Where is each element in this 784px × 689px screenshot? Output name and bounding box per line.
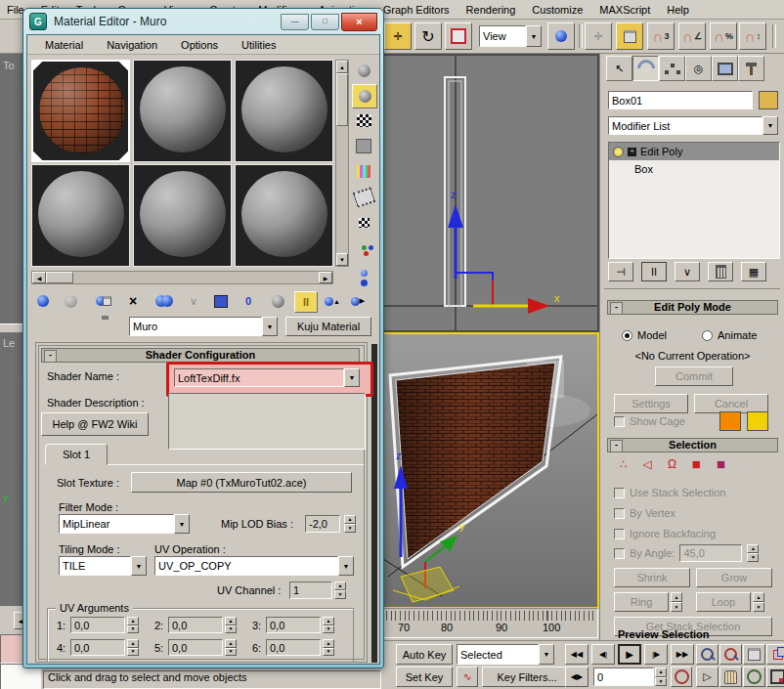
chevron-down-icon[interactable]: ▼ xyxy=(526,25,542,47)
current-frame-field[interactable]: 0 xyxy=(593,667,654,686)
field-of-view-button[interactable]: ▷ xyxy=(696,667,719,687)
menu-customize[interactable]: Customize xyxy=(532,4,583,16)
tab-create[interactable]: ↖ xyxy=(606,56,632,81)
expand-icon[interactable]: + xyxy=(628,148,636,156)
select-manipulate-button[interactable]: ✛ xyxy=(585,22,612,50)
uv-arg-spinner-6[interactable]: ▲▼ xyxy=(323,639,334,656)
material-editor-window[interactable]: G Material Editor - Muro — □ × Material … xyxy=(22,8,384,668)
select-scale-button[interactable] xyxy=(445,22,472,50)
uv-arg-spinner-1[interactable]: ▲▼ xyxy=(127,617,139,633)
uv-arg-field-6[interactable]: 0,0 xyxy=(266,639,321,656)
time-configuration-button[interactable] xyxy=(671,667,692,687)
chevron-down-icon[interactable]: ▼ xyxy=(262,317,278,336)
ignore-backfacing-checkbox[interactable]: Ignore Backfacing xyxy=(614,528,716,539)
tab-modify[interactable] xyxy=(632,56,659,81)
use-stack-selection-checkbox[interactable]: Use Stack Selection xyxy=(614,487,725,498)
by-vertex-checkbox[interactable]: By Vertex xyxy=(614,507,675,519)
arc-rotate-button[interactable] xyxy=(743,667,765,687)
sample-type-button[interactable] xyxy=(352,60,375,82)
make-material-copy-button[interactable] xyxy=(153,291,175,311)
scrollbar-thumb[interactable] xyxy=(336,73,348,126)
go-to-parent-button[interactable]: ▲ xyxy=(322,291,343,311)
material-map-navigator-button[interactable] xyxy=(352,262,375,284)
checkbox-icon[interactable] xyxy=(614,508,625,519)
scroll-left-icon[interactable]: ◀ xyxy=(32,272,46,283)
pin-stack-button[interactable]: ⊣ xyxy=(608,262,633,281)
menu-navigation[interactable]: Navigation xyxy=(107,39,157,51)
element-subobject-button[interactable]: ■ xyxy=(717,456,725,471)
commit-button[interactable]: Commit xyxy=(655,366,733,386)
sample-slot[interactable] xyxy=(235,60,333,162)
mip-lod-bias-spinner[interactable]: ▲▼ xyxy=(344,515,356,533)
snap-3d-button[interactable]: ∩3 xyxy=(647,22,675,50)
put-to-library-button[interactable] xyxy=(210,291,232,311)
zoom-extents-button[interactable] xyxy=(743,644,765,665)
maximize-viewport-button[interactable] xyxy=(766,667,784,687)
go-to-end-button[interactable]: ▶▶ xyxy=(671,644,694,665)
ring-spinner[interactable]: ▲▼ xyxy=(671,592,682,612)
key-filters-button[interactable]: Key Filters... xyxy=(482,667,572,687)
material-id-channel-button[interactable]: 0 xyxy=(238,291,259,311)
show-end-result-button[interactable]: II xyxy=(641,262,667,281)
timeline-ruler[interactable]: 70 80 90 100 xyxy=(383,608,598,638)
menu-rendering[interactable]: Rendering xyxy=(466,4,516,16)
uv-arg-spinner-3[interactable]: ▲▼ xyxy=(323,617,334,633)
uv-arg-field-4[interactable]: 0,0 xyxy=(70,639,125,656)
sample-uv-tiling-button[interactable] xyxy=(352,135,375,157)
slot-texture-button[interactable]: Map #0 (TxMuroTut02.ace) xyxy=(131,472,352,493)
scrollbar-thumb[interactable] xyxy=(46,272,73,283)
configure-modifier-sets-button[interactable]: ▦ xyxy=(741,262,766,281)
polygon-subobject-button[interactable]: ■ xyxy=(692,456,701,471)
key-mode-toggle-button[interactable]: ◀▶ xyxy=(565,667,588,687)
collapse-icon[interactable]: - xyxy=(610,302,623,315)
sample-slot[interactable] xyxy=(31,164,130,267)
tab-utilities[interactable] xyxy=(738,56,764,81)
object-name-field[interactable]: Box01 xyxy=(608,91,753,109)
uv-arg-field-3[interactable]: 0,0 xyxy=(266,617,321,633)
backlight-button[interactable] xyxy=(352,84,377,108)
material-options-button[interactable] xyxy=(352,211,375,234)
menu-graph-editors[interactable]: Graph Editors xyxy=(383,4,450,16)
next-frame-button[interactable]: |▶ xyxy=(644,644,668,665)
go-forward-sibling-button[interactable]: ▶ xyxy=(347,291,369,311)
tab-display[interactable] xyxy=(712,56,738,81)
grow-button[interactable]: Grow xyxy=(696,568,772,587)
uv-arg-spinner-4[interactable]: ▲▼ xyxy=(127,639,139,656)
tiling-mode-dropdown[interactable]: TILE ▼ xyxy=(59,556,147,576)
close-button[interactable]: × xyxy=(341,13,377,31)
ring-button[interactable]: Ring xyxy=(614,592,669,612)
uv-operation-dropdown[interactable]: UV_OP_COPY ▼ xyxy=(154,556,354,576)
make-unique-button[interactable]: ∨ xyxy=(183,291,204,311)
uv-arg-field-2[interactable]: 0,0 xyxy=(168,617,223,633)
pan-button[interactable] xyxy=(719,667,742,687)
slots-horizontal-scrollbar[interactable]: ◀ ▶ xyxy=(31,271,333,284)
radio-animate[interactable]: Animate xyxy=(702,329,757,341)
remove-modifier-button[interactable] xyxy=(708,262,733,281)
chevron-down-icon[interactable]: ▼ xyxy=(762,116,778,135)
mip-lod-bias-field[interactable]: -2,0 xyxy=(305,515,340,533)
scroll-right-icon[interactable]: ▶ xyxy=(319,272,332,283)
cancel-button[interactable]: Cancel xyxy=(694,394,768,413)
put-material-to-scene-button[interactable] xyxy=(60,291,81,311)
auto-key-button[interactable]: Auto Key xyxy=(396,644,453,665)
tab-hierarchy[interactable] xyxy=(659,56,685,81)
shader-name-dropdown[interactable]: LoftTexDiff.fx ▼ xyxy=(174,368,360,387)
percent-snap-button[interactable]: ∩% xyxy=(710,22,737,50)
rollout-edit-poly-mode[interactable]: - Edit Poly Mode xyxy=(607,300,778,315)
collapse-icon[interactable]: - xyxy=(610,440,623,452)
sample-slot[interactable] xyxy=(133,60,232,162)
object-color-swatch[interactable] xyxy=(759,91,778,109)
lightbulb-icon[interactable] xyxy=(613,147,624,157)
show-map-in-viewport-button[interactable] xyxy=(267,291,288,311)
stack-row-edit-poly[interactable]: + Edit Poly xyxy=(609,143,779,160)
default-in-out-tangents-button[interactable]: ∿ xyxy=(457,667,478,687)
stack-row-box[interactable]: Box xyxy=(609,160,779,178)
menu-utilities[interactable]: Utilities xyxy=(241,39,276,51)
vertex-subobject-button[interactable]: ∴ xyxy=(620,458,628,470)
chevron-down-icon[interactable]: ▼ xyxy=(338,556,354,576)
sample-slot[interactable] xyxy=(133,164,232,267)
angle-snap-button[interactable]: ∩∠ xyxy=(678,22,706,50)
cage-color-swatch-2[interactable] xyxy=(747,411,768,431)
shrink-button[interactable]: Shrink xyxy=(614,568,690,587)
select-move-button[interactable]: ✛ xyxy=(384,22,412,50)
